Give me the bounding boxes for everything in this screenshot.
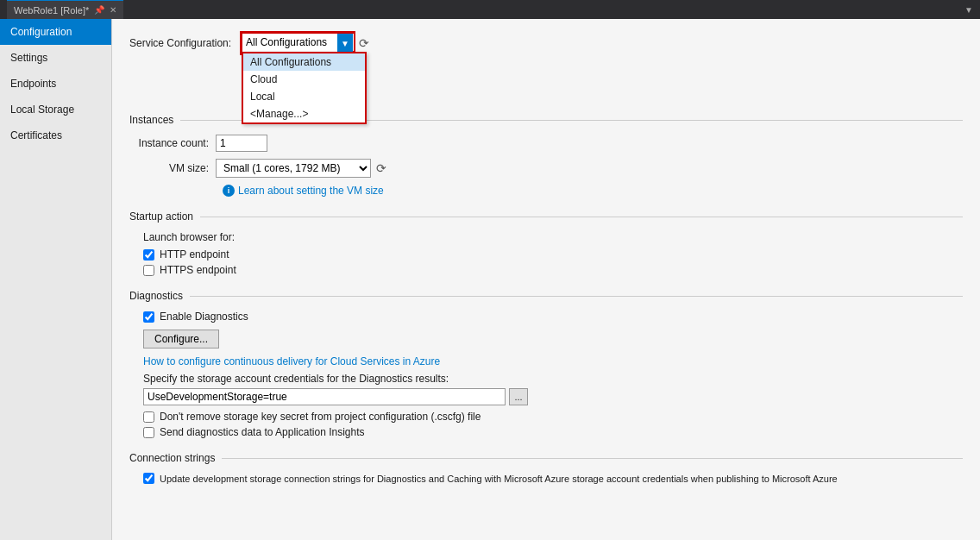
refresh-icon[interactable]: ⟳ [359, 36, 369, 50]
service-config-label: Service Configuration: [129, 37, 242, 49]
startup-section-header: Startup action [129, 210, 963, 223]
tab-label: WebRole1 [Role]* [14, 5, 89, 16]
close-icon[interactable]: ✕ [110, 5, 116, 15]
service-config-dropdown-arrow[interactable]: ▼ [337, 34, 353, 53]
vm-size-label: VM size: [129, 162, 216, 174]
http-endpoint-row: HTTP endpoint [143, 248, 963, 261]
connection-strings-header: Connection strings [129, 452, 963, 464]
http-endpoint-label: HTTP endpoint [160, 248, 229, 261]
service-config-select-wrapper: ▼ All Configurations Cloud Local <Manage… [242, 33, 354, 53]
info-icon: i [223, 185, 235, 197]
dont-remove-checkbox[interactable] [143, 411, 154, 423]
sidebar-item-endpoints[interactable]: Endpoints [0, 71, 111, 97]
https-endpoint-row: HTTPS endpoint [143, 264, 963, 276]
send-insights-row: Send diagnostics data to Application Ins… [143, 426, 963, 438]
https-endpoint-checkbox[interactable] [143, 265, 154, 276]
send-insights-checkbox[interactable] [143, 427, 154, 438]
launch-browser-label: Launch browser for: [143, 231, 963, 243]
title-bar: WebRole1 [Role]* 📌 ✕ ▼ [0, 0, 980, 19]
storage-input-row: ... [143, 388, 963, 405]
vm-size-select[interactable]: Small (1 cores, 1792 MB) [216, 159, 371, 178]
main-container: Configuration Settings Endpoints Local S… [0, 19, 980, 540]
instance-count-row: Instance count: [129, 135, 963, 152]
instances-section: Instances Instance count: VM size: Small… [129, 114, 963, 197]
dropdown-item-local[interactable]: Local [243, 88, 365, 105]
storage-desc: Specify the storage account credentials … [143, 373, 963, 385]
service-config-dropdown-container: ▼ [242, 33, 354, 53]
sidebar-item-settings[interactable]: Settings [0, 45, 111, 71]
vm-size-row: VM size: Small (1 cores, 1792 MB) ⟳ [129, 159, 963, 178]
send-insights-label: Send diagnostics data to Application Ins… [160, 426, 365, 438]
dont-remove-row: Don't remove storage key secret from pro… [143, 411, 963, 423]
sidebar-item-local-storage[interactable]: Local Storage [0, 97, 111, 122]
vm-size-select-wrapper: Small (1 cores, 1792 MB) ⟳ [216, 159, 386, 178]
instance-count-label: Instance count: [129, 137, 216, 149]
title-bar-tab: WebRole1 [Role]* 📌 ✕ [7, 0, 123, 19]
dont-remove-label: Don't remove storage key secret from pro… [160, 411, 481, 423]
learn-link-row: i Learn about setting the VM size [223, 185, 963, 197]
update-connection-strings-checkbox[interactable] [143, 473, 154, 484]
configure-button[interactable]: Configure... [143, 330, 219, 348]
sidebar: Configuration Settings Endpoints Local S… [0, 19, 112, 540]
learn-link[interactable]: Learn about setting the VM size [238, 185, 384, 197]
https-endpoint-label: HTTPS endpoint [160, 264, 236, 276]
update-connection-strings-row: Update development storage connection st… [143, 473, 963, 484]
dropdown-item-all[interactable]: All Configurations [243, 53, 365, 71]
dropdown-item-manage[interactable]: <Manage...> [243, 105, 365, 122]
service-config-dropdown-menu: All Configurations Cloud Local <Manage..… [242, 52, 367, 124]
enable-diagnostics-row: Enable Diagnostics [143, 311, 963, 323]
sidebar-item-configuration[interactable]: Configuration [0, 19, 111, 45]
content-area: Service Configuration: ▼ All Configurati… [112, 19, 980, 540]
storage-account-input[interactable] [143, 388, 506, 405]
connection-strings-section: Connection strings Update development st… [129, 452, 963, 484]
vm-refresh-icon[interactable]: ⟳ [376, 161, 386, 175]
service-config-row: Service Configuration: ▼ All Configurati… [129, 33, 963, 53]
http-endpoint-checkbox[interactable] [143, 249, 154, 261]
update-connection-strings-label: Update development storage connection st… [160, 474, 838, 484]
startup-section: Startup action Launch browser for: HTTP … [129, 210, 963, 276]
dropdown-item-cloud[interactable]: Cloud [243, 71, 365, 88]
pin-icon[interactable]: 📌 [94, 5, 104, 15]
enable-diagnostics-label: Enable Diagnostics [160, 311, 248, 323]
diagnostics-section-header: Diagnostics [129, 290, 963, 302]
diagnostics-section: Diagnostics Enable Diagnostics Configure… [129, 290, 963, 438]
browse-button[interactable]: ... [509, 388, 528, 405]
sidebar-item-certificates[interactable]: Certificates [0, 122, 111, 148]
instance-count-input[interactable] [216, 135, 267, 152]
enable-diagnostics-checkbox[interactable] [143, 311, 154, 323]
dropdown-arrow-icon[interactable]: ▼ [964, 5, 973, 15]
cloud-services-link[interactable]: How to configure continuous delivery for… [143, 355, 963, 367]
